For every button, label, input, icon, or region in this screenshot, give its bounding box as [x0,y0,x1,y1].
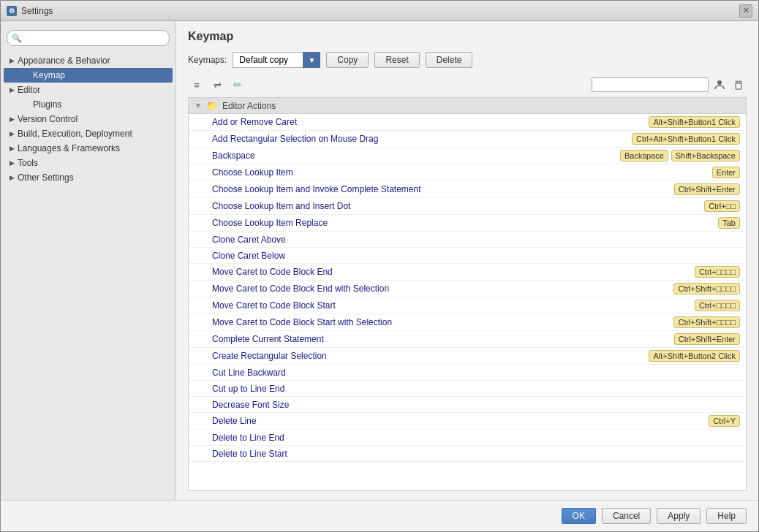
table-row[interactable]: Add Rectangular Selection on Mouse DragC… [189,131,746,148]
table-row[interactable]: Add or Remove CaretAlt+Shift+Button1 Cli… [189,114,746,131]
shortcut-badges: Ctrl+□□□□ [695,300,740,311]
arrow-icon: ▶ [10,86,15,94]
sidebar-item-label: Appearance & Behavior [18,56,110,66]
close-icon: ✕ [743,6,749,15]
table-row[interactable]: Move Caret to Code Block End with Select… [189,281,746,297]
table-row[interactable]: Choose Lookup Item ReplaceTab [189,215,746,232]
collapse-all-button[interactable]: ⇌ [208,77,226,93]
user-icon-button[interactable] [711,77,728,93]
sidebar-item-keymap[interactable]: Keymap [4,68,173,83]
shortcut-badges: Ctrl+Shift+□□□□ [673,283,740,294]
table-row[interactable]: Move Caret to Code Block StartCtrl+□□□□ [189,297,746,314]
table-row[interactable]: Delete to Line Start [189,446,746,462]
action-name: Delete Line [212,416,709,426]
shortcut-badge: Ctrl+Alt+Shift+Button1 Click [632,133,740,145]
action-name: Clone Caret Above [212,235,740,245]
user-icon [714,79,725,91]
table-row[interactable]: Create Rectangular SelectionAlt+Shift+Bu… [189,348,746,365]
edit-button[interactable]: ✏ [229,77,246,93]
table-row[interactable]: Clone Caret Below [189,248,746,264]
action-name: Add Rectangular Selection on Mouse Drag [212,134,632,144]
keymap-select-wrap: Default copy ▼ [233,52,320,68]
arrow-icon: ▶ [10,159,15,167]
shortcut-badges: Ctrl+Y [709,415,740,427]
trash-icon [733,79,744,91]
delete-button[interactable]: Delete [426,52,473,68]
action-name: Choose Lookup Item [212,167,712,178]
table-row[interactable]: Choose Lookup Item and Invoke Complete S… [189,181,746,198]
arrow-icon: ▶ [10,130,15,137]
sidebar-item-version-control[interactable]: ▶Version Control [4,112,173,126]
shortcut-badge: Ctrl+□□□□ [695,266,740,278]
shortcut-badge: Backspace [620,150,668,162]
action-name: Clone Caret Below [212,251,740,261]
help-button[interactable]: Help [706,508,747,524]
close-button[interactable]: ✕ [739,4,752,18]
settings-app-icon: ⚙ [7,6,17,16]
ok-button[interactable]: OK [562,508,596,524]
sidebar-item-label: Languages & Frameworks [18,143,120,153]
shortcut-badges: Tab [718,217,740,229]
apply-button[interactable]: Apply [657,508,701,524]
sidebar-item-label: Version Control [18,114,78,124]
shortcut-badge: Ctrl+Y [709,415,740,427]
title-bar: ⚙ Settings ✕ [1,1,758,21]
action-name: Delete to Line Start [212,449,740,459]
shortcut-badges: Ctrl+□□ [704,200,740,212]
shortcut-badge: Shift+Backspace [671,150,740,162]
table-row[interactable]: Delete LineCtrl+Y [189,413,746,430]
action-name: Decrease Font Size [212,400,740,410]
table-header-label: Editor Actions [222,101,276,111]
table-row[interactable]: Delete to Line End [189,430,746,446]
sidebar-search-input[interactable] [7,30,170,46]
keymap-dropdown[interactable]: Default copy [233,52,320,68]
cancel-button[interactable]: Cancel [602,508,651,524]
table-row[interactable]: Move Caret to Code Block EndCtrl+□□□□ [189,264,746,281]
sidebar-item-languages[interactable]: ▶Languages & Frameworks [4,141,173,156]
action-name: Move Caret to Code Block Start with Sele… [212,317,673,327]
table-row[interactable]: Clone Caret Above [189,232,746,248]
sidebar-item-build[interactable]: ▶Build, Execution, Deployment [4,126,173,141]
table-row[interactable]: Choose Lookup Item and Insert DotCtrl+□□ [189,198,746,215]
panel-title: Keymap [188,30,747,43]
shortcut-badges: Enter [712,167,740,178]
shortcut-badge: Alt+Shift+Button1 Click [649,116,740,128]
svg-point-0 [717,80,722,85]
folder-icon: 📁 [206,100,218,111]
action-name: Move Caret to Code Block End [212,267,695,277]
sidebar: 🔍 ▶Appearance & BehaviorKeymap▶EditorPlu… [1,21,176,500]
sidebar-item-tools[interactable]: ▶Tools [4,156,173,170]
shortcut-badge: Ctrl+Shift+Enter [674,333,740,345]
copy-button[interactable]: Copy [326,52,369,68]
search-icon: 🔍 [12,34,22,43]
table-row[interactable]: BackspaceBackspaceShift+Backspace [189,148,746,164]
sidebar-item-other[interactable]: ▶Other Settings [4,170,173,185]
table-row[interactable]: Decrease Font Size [189,397,746,413]
dialog-title: Settings [21,6,53,16]
sidebar-item-appearance[interactable]: ▶Appearance & Behavior [4,53,173,68]
main-panel: Keymap Keymaps: Default copy ▼ Copy Rese… [176,21,758,500]
shortcut-badges: Alt+Shift+Button2 Click [649,350,740,362]
table-row[interactable]: Move Caret to Code Block Start with Sele… [189,314,746,331]
table-rows: Add or Remove CaretAlt+Shift+Button1 Cli… [189,114,746,462]
sidebar-item-label: Keymap [33,70,65,80]
shortcut-badge: Ctrl+Shift+Enter [674,183,740,195]
table-row[interactable]: Cut up to Line End [189,381,746,397]
dialog-content: 🔍 ▶Appearance & BehaviorKeymap▶EditorPlu… [1,21,758,500]
action-name: Move Caret to Code Block End with Select… [212,284,673,294]
delete-icon-button[interactable] [730,77,747,93]
shortcut-badges: Ctrl+Shift+□□□□ [673,316,740,328]
table-row[interactable]: Choose Lookup ItemEnter [189,164,746,181]
arrow-icon: ▶ [10,145,15,152]
reset-button[interactable]: Reset [374,52,419,68]
table-search-input[interactable] [592,77,709,92]
shortcut-badge: Alt+Shift+Button2 Click [649,350,740,362]
sidebar-item-plugins[interactable]: Plugins [4,97,173,112]
sidebar-item-editor[interactable]: ▶Editor [4,83,173,97]
keymap-label: Keymaps: [188,55,227,65]
table-row[interactable]: Complete Current StatementCtrl+Shift+Ent… [189,331,746,348]
expand-all-button[interactable]: ≡ [188,77,205,93]
table-row[interactable]: Cut Line Backward [189,365,746,381]
dialog-footer: OK Cancel Apply Help [1,500,758,531]
arrow-icon: ▶ [10,174,15,181]
